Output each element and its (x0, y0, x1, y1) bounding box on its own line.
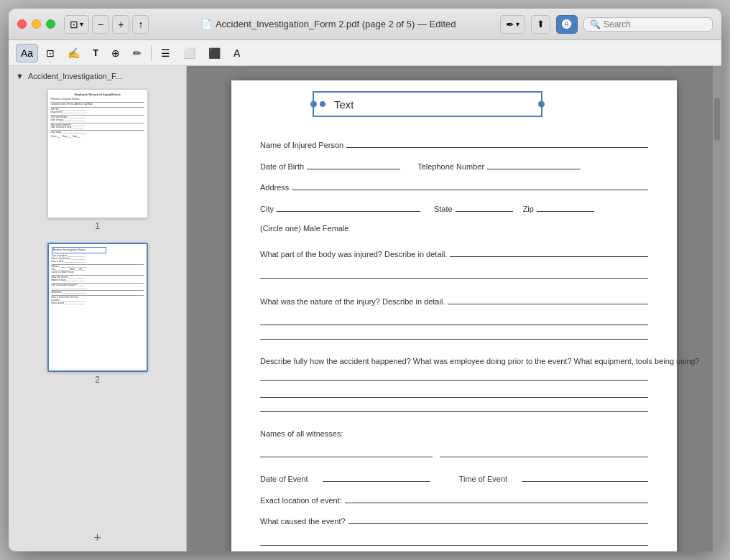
pdf-icon: 📄 (200, 19, 212, 29)
zoom-out-button[interactable]: − (92, 15, 109, 34)
address-line: Address (260, 180, 648, 195)
color-icon: ⬛ (208, 47, 221, 59)
what-caused-line2 (260, 536, 648, 546)
annotation-handle-left[interactable] (310, 101, 317, 108)
dob-label: Date of Birth (260, 161, 304, 174)
dob-phone-line: Date of Birth Telephone Number (260, 159, 648, 174)
what-caused-line: What caused the event? (260, 514, 648, 528)
sidebar: ▼ Accident_Investigation_F... Employee R… (9, 66, 187, 551)
shapes-tool-button[interactable]: ⬜ (178, 44, 200, 62)
title-right-controls: ✒▾ ⬆ 🅐 🔍 (500, 15, 713, 34)
page2-thumbnail[interactable]: Accident Investigation Report Type of ac… (47, 243, 148, 372)
city-state-zip-line: City State Zip (260, 202, 648, 216)
annotation-toolbar: Aa ⊡ ✍ T ⊕ ✏ ☰ ⬜ ⬛ A (9, 40, 721, 66)
what-caused-field (348, 514, 648, 524)
state-label: State (434, 203, 453, 216)
font-tool-button[interactable]: Aa (16, 44, 38, 62)
close-button[interactable] (17, 19, 27, 29)
annotation-text-label: Text (334, 98, 354, 111)
pen-tool-button[interactable]: ✒▾ (500, 15, 525, 34)
witness2-field (440, 447, 648, 457)
title-bar: ⊡▾ − + ↑ 📄 Accident_Investigation_Form 2… (9, 9, 721, 40)
search-bar[interactable]: 🔍 (583, 17, 713, 32)
witnesses-line: Names of all witnesses: (260, 428, 648, 441)
address-label: Address (260, 182, 289, 195)
window-title-area: 📄 Accident_Investigation_Form 2.pdf (pag… (156, 19, 500, 29)
body-injury-field (450, 247, 648, 257)
witness1-field (260, 447, 433, 457)
traffic-lights (17, 19, 55, 29)
sidebar-collapse-icon[interactable]: ▼ (16, 72, 24, 80)
circle-one-label: (Circle one) Male Female (260, 223, 348, 235)
edit-tool-button[interactable]: ✏ (128, 44, 147, 62)
exact-location-field (345, 493, 648, 503)
pdf-area[interactable]: Text Name of Injured Person Date of Birt… (187, 66, 721, 551)
sidebar-filename: Accident_Investigation_F... (28, 72, 122, 80)
scrollbar-thumb[interactable] (714, 98, 720, 141)
page1-label: 1 (95, 221, 100, 231)
zip-field (537, 202, 594, 212)
text-tool-icon: T (93, 47, 98, 58)
body-injury-extra-line (260, 269, 648, 279)
text-tool-button[interactable]: T (88, 44, 103, 62)
stamp-tool-button[interactable]: ⊕ (106, 44, 125, 62)
scrollbar-track[interactable] (713, 66, 721, 551)
describe-line3 (260, 402, 648, 412)
text-annotation-box[interactable]: Text (313, 91, 542, 117)
form-content: Name of Injured Person Date of Birth Tel… (260, 138, 648, 551)
add-page-button[interactable]: + (9, 525, 186, 551)
edit-icon: ✏ (133, 47, 142, 59)
page1-thumbnail-container: Employee Record of Injury/Illness Refere… (14, 89, 180, 231)
zip-label: Zip (523, 203, 534, 216)
city-label: City (260, 203, 274, 216)
name-label: Name of Injured Person (260, 139, 343, 152)
markup-button[interactable]: 🅐 (556, 15, 578, 34)
nature-injury-line2 (260, 315, 648, 325)
dob-field (307, 159, 400, 169)
border-tool-button[interactable]: ⊡ (41, 44, 60, 62)
date-time-line: Date of Event Time of Event (260, 472, 648, 486)
window-title: Accident_Investigation_Form 2.pdf (page … (216, 19, 456, 29)
describe-field (260, 370, 648, 381)
list-icon: ☰ (161, 47, 170, 59)
exact-location-label: Exact location of event: (260, 495, 342, 508)
sidebar-thumbnails: Employee Record of Injury/Illness Refere… (9, 86, 186, 525)
zoom-in-button[interactable]: + (112, 15, 129, 34)
date-event-field (323, 472, 430, 482)
state-field (456, 202, 513, 212)
font2-tool-button[interactable]: A (228, 44, 245, 62)
nature-injury-field (448, 294, 648, 304)
what-caused-label: What caused the event? (260, 515, 346, 528)
phone-label: Telephone Number (417, 161, 484, 174)
name-field (346, 138, 648, 148)
phone-field (487, 159, 581, 169)
describe-accident-line: Describe fully how the accident happened… (260, 355, 648, 381)
share-button[interactable]: ↑ (132, 15, 149, 34)
date-event-label: Date of Event (260, 473, 308, 486)
signature-tool-button[interactable]: ✍ (63, 44, 85, 62)
search-icon: 🔍 (590, 19, 601, 29)
share-toolbar-button[interactable]: ⬆ (531, 15, 550, 34)
fullscreen-button[interactable] (46, 19, 55, 29)
nature-injury-label: What was the nature of the injury? Descr… (260, 296, 445, 309)
app-window: ⊡▾ − + ↑ 📄 Accident_Investigation_Form 2… (9, 9, 721, 551)
list-tool-button[interactable]: ☰ (156, 44, 175, 62)
annotation-handle-right[interactable] (538, 101, 545, 108)
name-line: Name of Injured Person (260, 138, 648, 152)
body-injury-label: What part of the body was injured? Descr… (260, 248, 447, 261)
witnesses-label: Names of all witnesses: (260, 428, 343, 441)
witnesses-fields (260, 447, 648, 457)
color-tool-button[interactable]: ⬛ (203, 44, 226, 62)
annotation-dot (320, 101, 325, 107)
search-input[interactable] (604, 19, 706, 29)
minimize-button[interactable] (32, 19, 41, 29)
address-field (292, 180, 648, 190)
sidebar-toggle-button[interactable]: ⊡▾ (64, 15, 89, 34)
shapes-icon: ⬜ (183, 47, 195, 59)
font2-icon: A (234, 47, 240, 59)
sidebar-header: ▼ Accident_Investigation_F... (9, 66, 186, 86)
toolbar-divider-1 (151, 45, 152, 61)
circle-one-line: (Circle one) Male Female (260, 223, 648, 235)
city-field (277, 202, 420, 212)
page1-thumbnail[interactable]: Employee Record of Injury/Illness Refere… (47, 89, 148, 218)
